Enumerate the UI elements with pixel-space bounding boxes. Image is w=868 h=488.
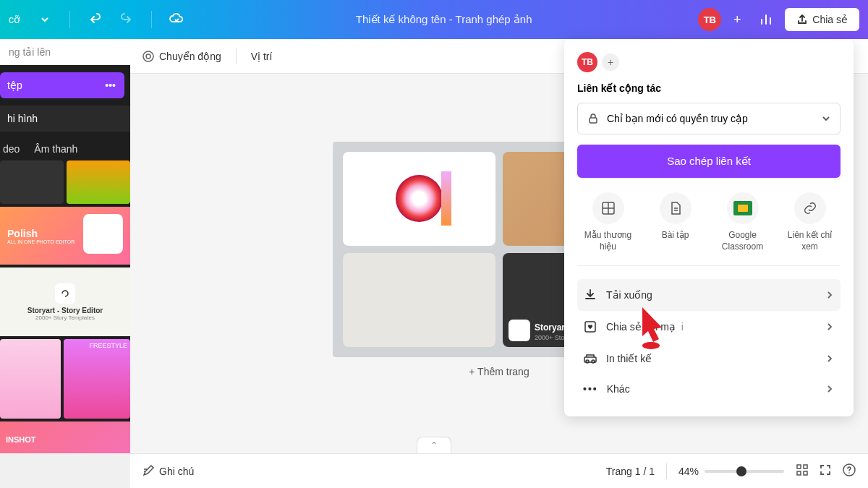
add-member-icon[interactable]: +: [727, 9, 747, 30]
download-icon: [583, 288, 597, 302]
position-button[interactable]: Vị trí: [251, 51, 273, 62]
share-option-brand[interactable]: Mẫu thương hiệu: [577, 192, 639, 252]
collab-title: Liên kết cộng tác: [577, 82, 841, 94]
classroom-icon: [727, 192, 759, 224]
svg-point-0: [143, 51, 153, 61]
chevron-right-icon: [825, 384, 835, 394]
media-thumb[interactable]: [0, 160, 64, 204]
undo-icon[interactable]: [82, 7, 108, 33]
svg-point-1: [146, 54, 150, 59]
media-thumb[interactable]: FREESTYLE: [64, 339, 130, 419]
chevron-down-icon[interactable]: [32, 7, 58, 33]
zoom-slider[interactable]: [705, 470, 784, 473]
add-page-button[interactable]: + Thêm trang: [460, 357, 537, 386]
help-icon[interactable]: [842, 463, 856, 479]
share-button[interactable]: Chia sẻ: [785, 8, 859, 31]
animate-button[interactable]: Chuyển động: [142, 50, 221, 63]
cloud-sync-icon[interactable]: [163, 7, 190, 33]
page-indicator[interactable]: Trang 1 / 1: [606, 466, 655, 477]
share-option-assignment[interactable]: Bài tập: [644, 192, 706, 252]
analytics-icon[interactable]: [753, 7, 779, 33]
chevron-right-icon: [825, 354, 835, 364]
media-thumb[interactable]: [0, 339, 61, 419]
lock-icon: [587, 112, 600, 125]
link-icon: [794, 192, 826, 224]
media-thumb[interactable]: [67, 160, 130, 204]
svg-point-7: [592, 360, 595, 363]
template-icon: [592, 192, 624, 224]
collage-tile[interactable]: [343, 253, 495, 347]
print-action[interactable]: In thiết kế: [577, 343, 841, 374]
collage-tile[interactable]: [343, 152, 495, 246]
chevron-down-icon: [821, 114, 831, 124]
share-social-action[interactable]: Chia sẻ lên mạ i: [577, 311, 841, 343]
document-title[interactable]: Thiết kế không tên - Tranh ghép ảnh: [190, 13, 698, 26]
user-avatar[interactable]: TB: [698, 8, 721, 31]
redo-icon[interactable]: [114, 7, 140, 33]
camera-lens-graphic: [396, 175, 443, 222]
notes-icon: [142, 465, 155, 478]
bottom-bar: Ghi chú Trang 1 / 1 44%: [130, 453, 868, 488]
heart-icon: [583, 320, 597, 334]
access-dropdown[interactable]: Chỉ bạn mới có quyền truy cập: [577, 103, 841, 134]
record-button[interactable]: hi hình: [0, 106, 130, 132]
animate-icon: [142, 50, 155, 63]
svg-rect-2: [590, 118, 597, 123]
more-icon[interactable]: •••: [99, 77, 122, 94]
chevron-right-icon: [825, 322, 835, 332]
grid-view-icon[interactable]: [796, 463, 809, 479]
svg-rect-9: [797, 465, 801, 468]
left-panel: ng tải lên tệp ••• hi hình deo Âm thanh …: [0, 39, 130, 453]
share-option-viewlink[interactable]: Liên kết chỉ xem: [779, 192, 841, 252]
pointer-cursor-annotation: [631, 304, 671, 354]
search-input[interactable]: ng tải lên: [0, 39, 130, 65]
zoom-control[interactable]: 44%: [678, 466, 784, 477]
notes-button[interactable]: Ghi chú: [142, 465, 194, 478]
resize-label[interactable]: cỡ: [9, 14, 20, 25]
tab-audio[interactable]: Âm thanh: [34, 143, 77, 155]
more-action[interactable]: ••• Khác: [577, 374, 841, 403]
page-expand-tab[interactable]: ⌃: [417, 437, 451, 453]
media-thumb-polish[interactable]: Polish ALL IN ONE PHOTO EDITOR: [0, 207, 130, 265]
chevron-right-icon: [825, 290, 835, 300]
print-icon: [583, 351, 597, 366]
share-option-classroom[interactable]: Google Classroom: [712, 192, 773, 252]
svg-rect-11: [797, 471, 801, 475]
upload-button[interactable]: tệp •••: [0, 72, 124, 98]
copy-link-button[interactable]: Sao chép liên kết: [577, 145, 841, 178]
more-icon: •••: [583, 383, 598, 395]
svg-point-6: [586, 360, 589, 363]
media-thumb-inshot[interactable]: INSHOT: [0, 421, 130, 453]
svg-rect-10: [804, 465, 807, 468]
share-panel: TB + Liên kết cộng tác Chỉ bạn mới có qu…: [564, 39, 854, 416]
svg-rect-12: [804, 471, 807, 475]
user-avatar[interactable]: TB: [577, 52, 597, 72]
top-bar: cỡ Thiết kế không tên - Tranh ghép ảnh T…: [0, 0, 868, 39]
svg-point-8: [642, 342, 660, 349]
add-person-icon[interactable]: +: [602, 53, 619, 71]
document-icon: [660, 192, 692, 224]
media-thumb-storyart[interactable]: Storyart - Story Editor 2000+ Story Temp…: [0, 267, 130, 336]
fullscreen-icon[interactable]: [819, 463, 832, 479]
download-action[interactable]: Tải xuống: [577, 279, 841, 311]
upload-icon: [796, 14, 808, 25]
tab-video[interactable]: deo: [3, 143, 20, 155]
